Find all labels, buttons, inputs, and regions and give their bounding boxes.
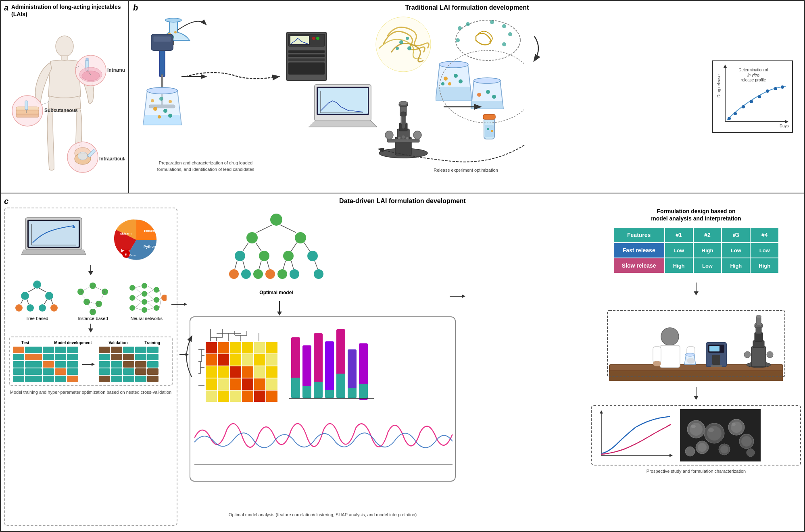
svg-rect-267 — [266, 378, 277, 390]
svg-marker-325 — [669, 454, 673, 457]
svg-rect-263 — [218, 378, 229, 390]
svg-point-335 — [732, 423, 736, 426]
cv-section: Test Model development Validation Traini… — [9, 337, 173, 386]
svg-rect-277 — [325, 341, 334, 398]
svg-point-209 — [314, 269, 323, 279]
svg-line-211 — [280, 225, 296, 233]
svg-marker-321 — [694, 396, 699, 400]
svg-point-99 — [758, 95, 761, 98]
svg-line-218 — [259, 261, 261, 269]
svg-point-40 — [168, 114, 172, 118]
svg-point-63 — [396, 47, 399, 50]
svg-text:Days: Days — [780, 124, 789, 128]
svg-point-79 — [474, 78, 501, 83]
svg-rect-266 — [254, 378, 265, 390]
svg-point-164 — [129, 285, 135, 291]
svg-point-86 — [487, 128, 489, 130]
svg-rect-14 — [25, 101, 28, 110]
svg-point-339 — [698, 443, 707, 452]
svg-point-38 — [163, 109, 167, 113]
svg-point-141 — [15, 304, 23, 312]
svg-line-180 — [135, 308, 142, 310]
svg-rect-258 — [230, 366, 241, 378]
svg-point-143 — [39, 304, 46, 312]
svg-rect-118 — [401, 112, 406, 116]
svg-rect-298 — [653, 347, 661, 363]
svg-text:in vitro: in vitro — [747, 73, 759, 77]
svg-line-182 — [147, 290, 154, 294]
svg-line-179 — [135, 302, 142, 308]
svg-point-170 — [142, 307, 147, 313]
svg-marker-345 — [186, 353, 189, 356]
svg-rect-273 — [266, 391, 277, 402]
formulation-table: Features #1 #2 #3 #4 Fast release Low Hi… — [591, 227, 801, 274]
instance-based-icon — [73, 280, 113, 316]
svg-rect-248 — [254, 342, 265, 353]
svg-rect-261 — [266, 366, 277, 378]
svg-point-173 — [154, 305, 159, 311]
svg-point-329 — [691, 425, 696, 428]
svg-marker-293 — [694, 291, 699, 295]
svg-point-199 — [235, 251, 245, 261]
svg-rect-272 — [254, 391, 265, 402]
shap-illustration — [287, 325, 376, 402]
release-profile-curves — [595, 409, 676, 461]
svg-rect-295 — [609, 371, 783, 381]
svg-line-147 — [21, 299, 23, 304]
svg-marker-291 — [462, 295, 465, 298]
svg-point-169 — [142, 299, 147, 305]
svg-point-72 — [456, 38, 460, 42]
human-body-illustration: Intramuscular Subcutaneous Intraarticul — [4, 24, 125, 185]
svg-point-328 — [690, 423, 703, 436]
svg-line-217 — [243, 261, 245, 269]
svg-rect-286 — [348, 388, 357, 398]
svg-point-168 — [142, 291, 147, 297]
analysis-bottom-label: Optimal model analysis (feature correlat… — [186, 512, 460, 518]
svg-point-316 — [756, 315, 761, 318]
svg-point-205 — [253, 269, 263, 279]
svg-point-76 — [448, 82, 451, 85]
svg-line-178 — [135, 298, 142, 302]
svg-rect-33 — [153, 36, 171, 42]
cv-right-grid — [99, 347, 158, 382]
svg-line-215 — [304, 243, 310, 251]
svg-rect-252 — [230, 354, 241, 366]
svg-point-0 — [56, 36, 73, 57]
svg-rect-260 — [254, 366, 265, 378]
svg-point-43 — [169, 100, 172, 103]
svg-text:Subcutaneous: Subcutaneous — [44, 108, 78, 113]
instance-based-label: Instance-based — [77, 316, 108, 321]
svg-rect-259 — [242, 366, 253, 378]
svg-rect-307 — [711, 365, 722, 367]
lab-illustration — [605, 302, 787, 383]
svg-line-148 — [27, 299, 29, 304]
svg-point-41 — [151, 99, 154, 102]
slow-release-label: Slow release — [613, 258, 665, 273]
svg-line-145 — [28, 288, 35, 292]
svg-rect-12 — [16, 110, 39, 114]
svg-point-70 — [508, 32, 512, 36]
svg-point-317 — [744, 351, 751, 358]
svg-text:Determination of: Determination of — [738, 68, 768, 72]
svg-point-206 — [265, 269, 275, 279]
svg-point-196 — [270, 214, 282, 226]
sem-image — [680, 409, 761, 461]
svg-point-342 — [685, 447, 695, 456]
full-page: a Administration of long-acting injectab… — [0, 0, 805, 532]
svg-point-20 — [78, 152, 88, 160]
svg-point-71 — [502, 42, 506, 46]
svg-point-100 — [766, 89, 769, 93]
heatmap-illustration — [198, 325, 279, 402]
svg-point-174 — [161, 295, 167, 301]
svg-point-36 — [147, 87, 177, 94]
svg-rect-284 — [325, 390, 334, 398]
svg-line-183 — [147, 294, 154, 300]
panel-a-title: Administration of long-acting injectable… — [11, 3, 125, 18]
svg-rect-257 — [218, 366, 229, 378]
svg-line-149 — [44, 299, 47, 304]
shap-waveform — [194, 406, 453, 470]
svg-point-73 — [439, 61, 468, 68]
panel-c-title: Data-driven LAI formulation development — [0, 197, 805, 205]
svg-line-184 — [147, 300, 154, 302]
svg-point-203 — [229, 269, 239, 279]
